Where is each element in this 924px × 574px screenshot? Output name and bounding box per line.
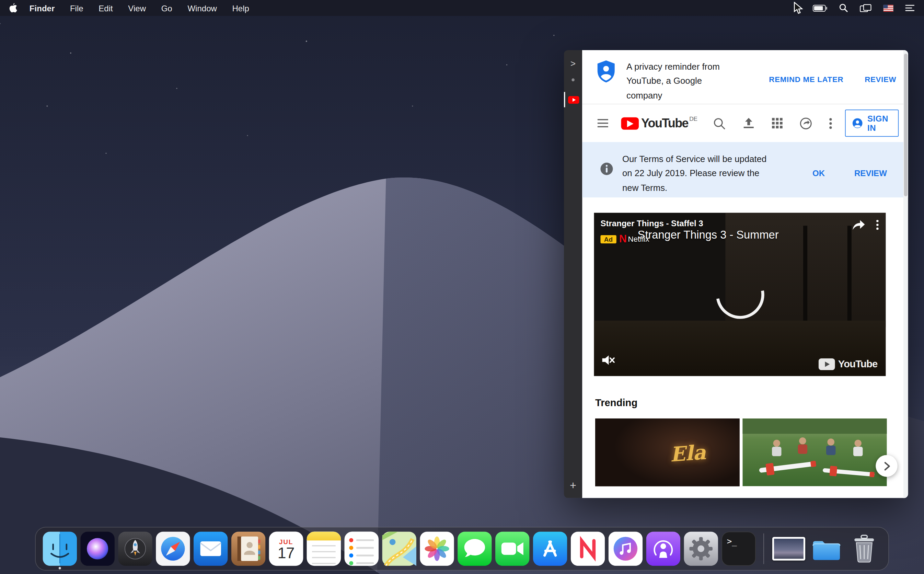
expand-chevron-icon[interactable]: > xyxy=(564,58,582,68)
menu-bar: Finder File Edit View Go Window Help xyxy=(0,0,924,16)
terms-review-button[interactable]: REVIEW xyxy=(854,169,887,178)
thumbnail-caption: Ela xyxy=(669,440,707,467)
youtube-header: YouTube DE xyxy=(582,104,908,142)
netflix-logo: N xyxy=(619,233,627,245)
dock-launchpad[interactable] xyxy=(118,532,153,566)
battery-icon[interactable] xyxy=(813,5,828,12)
privacy-shield-icon xyxy=(596,59,616,83)
menu-item-file[interactable]: File xyxy=(70,3,83,13)
desktop: Finder File Edit View Go Window Help xyxy=(0,0,924,574)
menu-item-go[interactable]: Go xyxy=(161,3,172,13)
apple-menu[interactable] xyxy=(8,3,17,13)
ad-title: Stranger Things - Staffel 3 xyxy=(600,219,703,228)
ad-headline: Stranger Things 3 - Summer xyxy=(638,229,779,242)
dock-finder[interactable] xyxy=(43,532,77,566)
apple-logo-icon xyxy=(8,3,17,13)
menu-item-window[interactable]: Window xyxy=(187,3,217,13)
remind-me-later-button[interactable]: REMIND ME LATER xyxy=(769,75,843,84)
hamburger-menu-icon[interactable] xyxy=(598,119,608,127)
ad-badge: Ad xyxy=(600,235,616,243)
youtube-watermark-play-icon xyxy=(819,358,835,370)
avatar-icon xyxy=(852,116,863,130)
terms-notice: Our Terms of Service will be updated on … xyxy=(582,142,908,197)
dock-notes[interactable] xyxy=(307,532,341,566)
dock-separator xyxy=(763,533,764,564)
upload-icon[interactable] xyxy=(743,118,755,129)
add-tab-button[interactable]: + xyxy=(564,479,582,492)
video-frame-detail xyxy=(847,226,852,324)
dock: JUL 17 xyxy=(35,527,889,571)
browser-panel-window: > + A privacy reminder from YouTube, a G… xyxy=(564,50,908,498)
share-icon[interactable] xyxy=(852,219,866,233)
menu-item-help[interactable]: Help xyxy=(232,3,249,13)
dock-calendar[interactable]: JUL 17 xyxy=(269,532,304,566)
dock-contacts[interactable] xyxy=(231,532,266,566)
youtube-tab[interactable] xyxy=(564,92,582,107)
terms-ok-button[interactable]: OK xyxy=(812,169,825,178)
privacy-banner: A privacy reminder from YouTube, a Googl… xyxy=(582,50,908,104)
youtube-region-label: DE xyxy=(689,116,697,122)
video-more-options-icon[interactable] xyxy=(876,220,879,232)
notification-center-icon[interactable] xyxy=(905,4,915,12)
calendar-day: 17 xyxy=(278,545,295,561)
dock-downloads-folder[interactable] xyxy=(809,532,844,566)
video-player[interactable]: Stranger Things - Staffel 3 Stranger Thi… xyxy=(594,213,886,376)
dock-siri[interactable] xyxy=(80,532,115,566)
dock-system-preferences[interactable] xyxy=(684,532,718,566)
displays-icon[interactable] xyxy=(860,4,872,12)
menu-item-view[interactable]: View xyxy=(128,3,146,13)
trending-next-button[interactable] xyxy=(875,455,897,477)
dock-app-store[interactable] xyxy=(533,532,567,566)
muted-speaker-icon[interactable] xyxy=(601,353,615,369)
youtube-wordmark: YouTube xyxy=(641,117,688,130)
trending-thumbnail-2[interactable] xyxy=(743,418,887,486)
sign-in-button[interactable]: SIGN IN xyxy=(845,109,899,137)
messages-bubble-icon[interactable] xyxy=(800,117,812,129)
dock-itunes[interactable] xyxy=(609,532,643,566)
search-icon[interactable] xyxy=(713,117,725,129)
dock-maps[interactable] xyxy=(382,532,416,566)
tab-dot-icon[interactable] xyxy=(571,78,575,81)
advertiser-label: Netflix xyxy=(628,235,649,243)
spotlight-icon[interactable] xyxy=(839,3,848,13)
screenshot-thumbnail-image xyxy=(774,539,804,558)
dock-safari[interactable] xyxy=(156,532,190,566)
panel-scrollbar[interactable] xyxy=(904,50,908,498)
video-frame-detail xyxy=(803,226,807,324)
dock-messages[interactable] xyxy=(458,532,492,566)
running-indicator xyxy=(59,567,61,569)
terminal-prompt: >_ xyxy=(727,536,737,546)
panel-tab-strip: > + xyxy=(564,50,582,498)
mouse-cursor xyxy=(793,2,804,16)
dock-screenshot-preview[interactable] xyxy=(771,532,806,566)
dock-news[interactable] xyxy=(571,532,605,566)
menu-item-finder[interactable]: Finder xyxy=(30,3,55,13)
input-source-flag-icon[interactable] xyxy=(883,5,893,12)
info-icon xyxy=(600,162,613,175)
privacy-review-button[interactable]: REVIEW xyxy=(865,75,896,84)
terms-message: Our Terms of Service will be updated on … xyxy=(622,152,777,195)
dock-podcasts[interactable] xyxy=(646,532,681,566)
chevron-right-icon xyxy=(882,461,891,470)
dock-reminders[interactable] xyxy=(344,532,379,566)
youtube-watermark: YouTube xyxy=(819,358,877,370)
more-options-icon[interactable] xyxy=(829,118,832,129)
sign-in-label: SIGN IN xyxy=(867,114,892,132)
menu-item-edit[interactable]: Edit xyxy=(99,3,113,13)
youtube-icon xyxy=(568,96,579,103)
youtube-watermark-text: YouTube xyxy=(838,358,878,370)
dock-photos[interactable] xyxy=(420,532,454,566)
dock-facetime[interactable] xyxy=(495,532,530,566)
scrollbar-thumb[interactable] xyxy=(904,54,908,196)
dock-terminal[interactable]: >_ xyxy=(721,532,756,566)
youtube-play-icon xyxy=(621,117,639,130)
privacy-message: A privacy reminder from YouTube, a Googl… xyxy=(626,59,732,102)
dock-mail[interactable] xyxy=(194,532,228,566)
apps-grid-icon[interactable] xyxy=(771,118,782,128)
trending-thumbnail-1[interactable]: Ela xyxy=(595,418,740,486)
trending-heading: Trending xyxy=(595,397,908,409)
panel-content: A privacy reminder from YouTube, a Googl… xyxy=(582,50,908,498)
youtube-logo[interactable]: YouTube DE xyxy=(621,117,698,130)
dock-trash[interactable] xyxy=(847,532,881,566)
